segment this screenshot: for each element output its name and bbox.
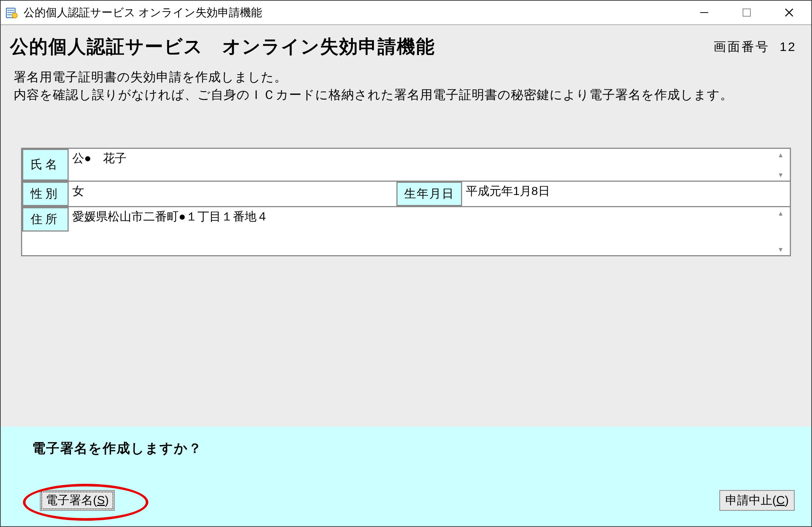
cancel-btn-prefix: 申請中止( xyxy=(725,493,777,507)
row-name: 氏名 公● 花子 ▴ ▾ xyxy=(22,149,790,182)
instruction-line-1: 署名用電子証明書の失効申請を作成しました。 xyxy=(14,68,798,86)
scroll-down-icon: ▾ xyxy=(779,170,782,179)
name-label: 氏名 xyxy=(22,149,69,181)
titlebar: 公的個人認証サービス オンライン失効申請機能 xyxy=(1,1,811,25)
window-controls xyxy=(693,5,808,20)
digital-sign-button[interactable]: 電子署名(S) xyxy=(40,490,115,511)
row-address: 住所 愛媛県松山市二番町●１丁目１番地４ ▴ ▾ xyxy=(22,207,790,255)
screen-number-label: 画面番号 xyxy=(713,40,770,54)
cancel-application-button[interactable]: 申請中止(C) xyxy=(719,490,795,511)
page-title: 公的個人認証サービス オンライン失効申請機能 xyxy=(10,34,435,59)
sign-btn-suffix: ) xyxy=(105,493,109,507)
scroll-up-icon: ▴ xyxy=(779,150,782,159)
applicant-info-table: 氏名 公● 花子 ▴ ▾ 性別 女 生年月日 平成元年1月8日 xyxy=(21,148,791,256)
scroll-down-icon: ▾ xyxy=(779,245,782,254)
sign-btn-prefix: 電子署名( xyxy=(46,493,97,507)
row-gender-dob: 性別 女 生年月日 平成元年1月8日 xyxy=(22,182,790,207)
cancel-btn-key: C xyxy=(776,493,785,507)
window-title: 公的個人認証サービス オンライン失効申請機能 xyxy=(24,5,693,20)
scroll-up-icon: ▴ xyxy=(779,209,782,218)
gender-value: 女 xyxy=(69,182,396,206)
confirm-prompt: 電子署名を作成しますか？ xyxy=(32,439,795,458)
address-label: 住所 xyxy=(22,207,69,232)
sign-btn-key: S xyxy=(97,493,105,507)
application-window: 公的個人認証サービス オンライン失効申請機能 公的個人認証サービス オンライン失… xyxy=(0,0,812,527)
name-value: 公● 花子 ▴ ▾ xyxy=(69,149,790,181)
app-icon xyxy=(4,5,19,20)
address-scroll[interactable]: ▴ ▾ xyxy=(775,209,786,254)
screen-number: 画面番号 12 xyxy=(713,38,796,55)
instruction-line-2: 内容を確認し誤りがなければ、ご自身のＩＣカードに格納された署名用電子証明書の秘密… xyxy=(14,86,798,104)
name-scroll[interactable]: ▴ ▾ xyxy=(775,150,786,179)
content-area: 公的個人認証サービス オンライン失効申請機能 画面番号 12 署名用電子証明書の… xyxy=(1,25,811,526)
svg-rect-3 xyxy=(743,9,750,16)
close-button[interactable] xyxy=(778,5,800,20)
address-value: 愛媛県松山市二番町●１丁目１番地４ ▴ ▾ xyxy=(69,207,790,255)
dob-label: 生年月日 xyxy=(396,182,462,206)
address-text: 愛媛県松山市二番町●１丁目１番地４ xyxy=(72,209,775,225)
gender-label: 性別 xyxy=(22,182,69,206)
instruction-text: 署名用電子証明書の失効申請を作成しました。 内容を確認し誤りがなければ、ご自身の… xyxy=(1,59,811,107)
dob-text: 平成元年1月8日 xyxy=(466,184,550,198)
dob-value: 平成元年1月8日 xyxy=(462,182,790,206)
screen-number-value: 12 xyxy=(780,40,796,54)
svg-point-1 xyxy=(12,13,17,18)
maximize-button[interactable] xyxy=(736,5,758,20)
minimize-button[interactable] xyxy=(693,5,715,20)
name-text: 公● 花子 xyxy=(72,150,775,167)
cancel-btn-suffix: ) xyxy=(785,493,789,507)
footer-panel: 電子署名を作成しますか？ 電子署名(S) 申請中止(C) xyxy=(1,427,811,526)
gender-text: 女 xyxy=(72,183,393,199)
